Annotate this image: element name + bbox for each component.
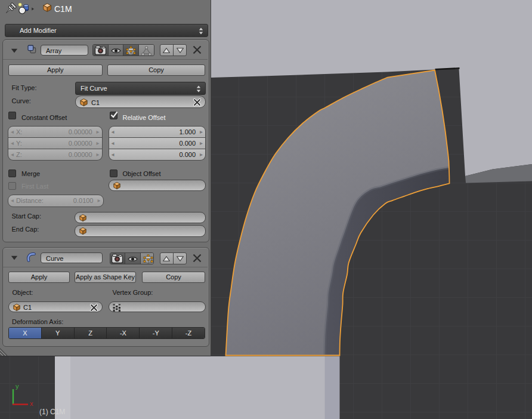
svg-text:y: y — [16, 383, 19, 390]
svg-text:(1) C1M: (1) C1M — [39, 408, 65, 416]
svg-text:x: x — [30, 400, 33, 407]
